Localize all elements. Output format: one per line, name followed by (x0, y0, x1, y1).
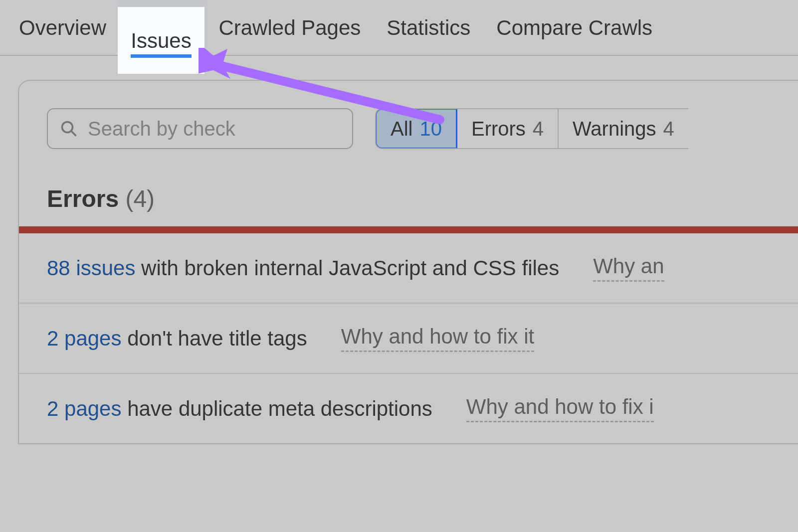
tab-compare-crawls[interactable]: Compare Crawls (495, 16, 653, 55)
svg-line-1 (71, 131, 76, 136)
filter-errors-label: Errors (471, 118, 526, 140)
issue-row: 2 pages don't have title tags Why and ho… (19, 304, 798, 374)
error-severity-bar (19, 226, 798, 233)
filter-warnings[interactable]: Warnings 4 (559, 109, 688, 148)
tab-issues[interactable]: Issues (131, 16, 194, 55)
search-box[interactable] (47, 108, 353, 149)
issue-count-link[interactable]: 88 issues (47, 256, 135, 280)
main-tab-bar: Overview Issues Crawled Pages Statistics… (0, 0, 798, 56)
filter-warnings-label: Warnings (573, 118, 656, 140)
tab-issues-wrapper: Issues (117, 0, 207, 55)
filter-all-label: All (391, 118, 412, 140)
issue-desc: with broken internal JavaScript and CSS … (135, 256, 559, 280)
errors-section-heading: Errors (4) (19, 149, 798, 226)
tab-statistics[interactable]: Statistics (386, 16, 471, 55)
issue-count-link[interactable]: 2 pages (47, 327, 121, 350)
issue-row: 88 issues with broken internal JavaScrip… (19, 233, 798, 304)
filter-all-count: 10 (419, 118, 442, 140)
filter-errors-count: 4 (533, 118, 544, 140)
filter-pill-group: All 10 Errors 4 Warnings 4 (375, 108, 688, 149)
issue-text: 88 issues with broken internal JavaScrip… (47, 256, 559, 280)
issue-desc: have duplicate meta descriptions (121, 397, 432, 420)
why-fix-link[interactable]: Why and how to fix i (466, 395, 654, 422)
tab-crawled-pages[interactable]: Crawled Pages (217, 16, 362, 55)
filter-warnings-count: 4 (663, 118, 674, 140)
issue-row: 2 pages have duplicate meta descriptions… (19, 374, 798, 443)
filter-errors[interactable]: Errors 4 (457, 109, 559, 148)
issue-desc: don't have title tags (121, 327, 307, 350)
why-fix-link[interactable]: Why an (593, 254, 664, 282)
issue-text: 2 pages don't have title tags (47, 327, 307, 351)
why-fix-link[interactable]: Why and how to fix it (341, 325, 535, 352)
filter-row: All 10 Errors 4 Warnings 4 (19, 108, 798, 149)
issue-text: 2 pages have duplicate meta descriptions (47, 397, 432, 421)
errors-section-count: (4) (125, 185, 155, 212)
errors-section-label: Errors (47, 185, 119, 212)
filter-all[interactable]: All 10 (375, 108, 457, 149)
issues-card: All 10 Errors 4 Warnings 4 Errors (4) 88… (18, 80, 798, 444)
search-input[interactable] (88, 118, 340, 140)
tab-overview[interactable]: Overview (18, 16, 107, 55)
issue-count-link[interactable]: 2 pages (47, 397, 121, 420)
search-icon (60, 120, 78, 138)
